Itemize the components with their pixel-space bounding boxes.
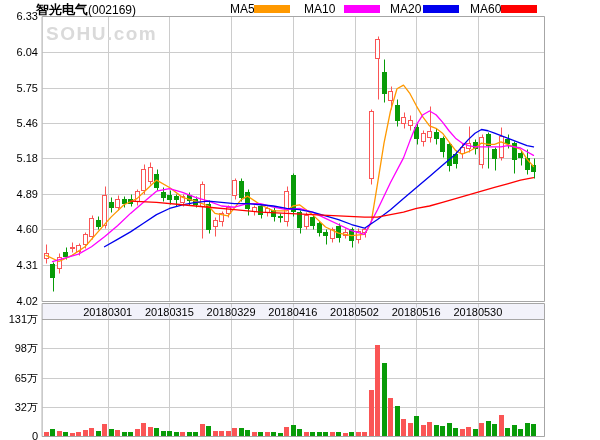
- sohu-watermark: SOHU.com: [46, 23, 157, 45]
- legend-swatch-ma5: [254, 5, 290, 13]
- legend-swatch-ma60: [501, 5, 537, 13]
- price-axis-label: 4.89: [0, 188, 38, 200]
- stock-chart-page: 智光电气(002169) MA5MA10MA20MA60 SOHU.com 6.…: [0, 0, 600, 440]
- date-axis-label: 20180530: [443, 305, 513, 319]
- legend-label-ma5: MA5: [230, 2, 255, 16]
- date-axis-label: 20180502: [320, 305, 390, 319]
- legend-swatch-ma20: [423, 5, 459, 13]
- date-axis-label: 20180315: [134, 305, 204, 319]
- legend-swatch-ma10: [344, 5, 380, 13]
- legend-label-ma20: MA20: [390, 2, 421, 16]
- volume-axis-label: 0: [0, 430, 38, 440]
- kline-chart-canvas: [0, 0, 600, 440]
- volume-axis-label: 131万: [0, 313, 38, 325]
- date-axis-label: 20180329: [196, 305, 266, 319]
- volume-axis-label: 32万: [0, 401, 38, 413]
- price-axis-label: 5.18: [0, 152, 38, 164]
- date-axis-label: 20180416: [258, 305, 328, 319]
- price-axis-label: 5.75: [0, 82, 38, 94]
- volume-axis-label: 98万: [0, 342, 38, 354]
- legend-label-ma10: MA10: [304, 2, 335, 16]
- price-axis-label: 4.60: [0, 223, 38, 235]
- price-axis-label: 5.46: [0, 117, 38, 129]
- date-axis-label: 20180516: [381, 305, 451, 319]
- stock-code: (002169): [88, 3, 136, 17]
- date-axis-label: 20180301: [73, 305, 143, 319]
- price-axis-label: 6.33: [0, 10, 38, 22]
- stock-title: 智光电气: [36, 2, 88, 17]
- chart-header: 智光电气(002169): [36, 0, 136, 16]
- price-axis-label: 4.02: [0, 295, 38, 307]
- volume-axis-label: 65万: [0, 372, 38, 384]
- price-axis-label: 4.31: [0, 259, 38, 271]
- legend-label-ma60: MA60: [470, 2, 501, 16]
- price-axis-label: 6.04: [0, 46, 38, 58]
